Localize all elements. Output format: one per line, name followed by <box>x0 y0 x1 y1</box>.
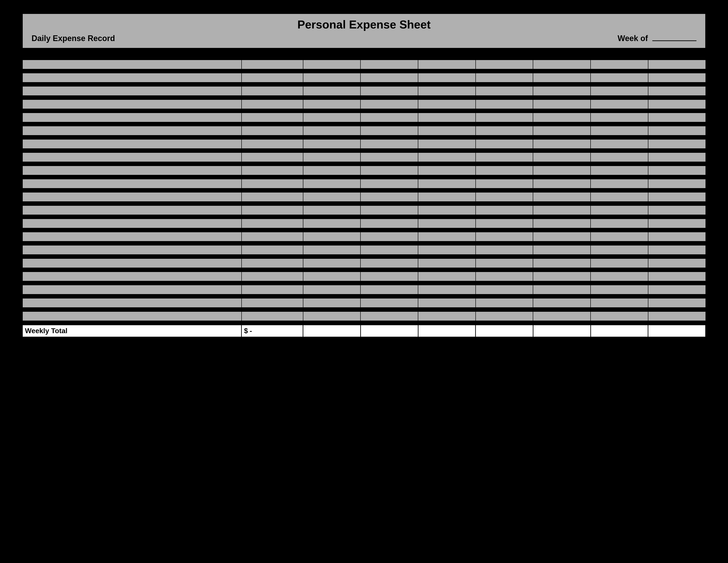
day-cell-1[interactable] <box>360 100 418 109</box>
day-cell-6[interactable] <box>648 232 706 241</box>
day-cell-1[interactable] <box>360 219 418 228</box>
day-cell-0[interactable] <box>303 60 361 69</box>
amount-cell[interactable] <box>242 152 303 162</box>
day-cell-1[interactable] <box>360 298 418 308</box>
day-cell-4[interactable] <box>533 152 591 162</box>
day-cell-5[interactable] <box>591 312 648 321</box>
day-cell-2[interactable] <box>418 285 476 294</box>
day-cell-5[interactable] <box>591 298 648 308</box>
day-cell-2[interactable] <box>418 192 476 201</box>
amount-cell[interactable] <box>242 232 303 241</box>
day-cell-0[interactable] <box>303 192 361 201</box>
day-cell-3[interactable] <box>476 86 533 96</box>
day-cell-2[interactable] <box>418 113 476 122</box>
description-cell[interactable] <box>23 73 242 82</box>
amount-cell[interactable] <box>242 73 303 82</box>
day-cell-3[interactable] <box>476 312 533 321</box>
amount-cell[interactable] <box>242 100 303 109</box>
day-cell-1[interactable] <box>360 245 418 254</box>
description-cell[interactable] <box>23 86 242 96</box>
day-cell-2[interactable] <box>418 126 476 135</box>
day-cell-2[interactable] <box>418 86 476 96</box>
day-cell-0[interactable] <box>303 179 361 188</box>
day-cell-1[interactable] <box>360 166 418 175</box>
description-cell[interactable] <box>23 219 242 228</box>
day-cell-4[interactable] <box>533 139 591 148</box>
day-cell-3[interactable] <box>476 152 533 162</box>
day-cell-4[interactable] <box>533 205 591 215</box>
amount-cell[interactable] <box>242 60 303 69</box>
day-cell-0[interactable] <box>303 245 361 254</box>
day-cell-4[interactable] <box>533 192 591 201</box>
day-cell-5[interactable] <box>591 205 648 215</box>
description-cell[interactable] <box>23 192 242 201</box>
day-cell-6[interactable] <box>648 73 706 82</box>
amount-cell[interactable] <box>242 126 303 135</box>
day-cell-1[interactable] <box>360 258 418 268</box>
day-cell-1[interactable] <box>360 179 418 188</box>
day-cell-4[interactable] <box>533 258 591 268</box>
day-cell-6[interactable] <box>648 166 706 175</box>
description-cell[interactable] <box>23 100 242 109</box>
day-cell-5[interactable] <box>591 179 648 188</box>
description-cell[interactable] <box>23 152 242 162</box>
day-cell-4[interactable] <box>533 245 591 254</box>
description-cell[interactable] <box>23 285 242 294</box>
day-cell-0[interactable] <box>303 232 361 241</box>
day-cell-0[interactable] <box>303 100 361 109</box>
day-cell-4[interactable] <box>533 126 591 135</box>
day-cell-3[interactable] <box>476 113 533 122</box>
table-row[interactable] <box>23 179 706 188</box>
day-cell-2[interactable] <box>418 73 476 82</box>
day-cell-0[interactable] <box>303 285 361 294</box>
description-cell[interactable] <box>23 205 242 215</box>
table-row[interactable] <box>23 232 706 241</box>
day-cell-1[interactable] <box>360 285 418 294</box>
day-cell-0[interactable] <box>303 272 361 281</box>
description-cell[interactable] <box>23 166 242 175</box>
table-row[interactable] <box>23 113 706 122</box>
day-cell-0[interactable] <box>303 205 361 215</box>
day-cell-6[interactable] <box>648 60 706 69</box>
table-row[interactable] <box>23 298 706 308</box>
description-cell[interactable] <box>23 113 242 122</box>
description-cell[interactable] <box>23 232 242 241</box>
day-cell-6[interactable] <box>648 258 706 268</box>
day-cell-4[interactable] <box>533 285 591 294</box>
day-cell-3[interactable] <box>476 73 533 82</box>
day-cell-5[interactable] <box>591 219 648 228</box>
day-cell-1[interactable] <box>360 312 418 321</box>
day-cell-4[interactable] <box>533 100 591 109</box>
day-cell-5[interactable] <box>591 86 648 96</box>
table-row[interactable] <box>23 126 706 135</box>
day-cell-0[interactable] <box>303 152 361 162</box>
day-cell-2[interactable] <box>418 152 476 162</box>
day-cell-5[interactable] <box>591 192 648 201</box>
day-cell-3[interactable] <box>476 60 533 69</box>
table-row[interactable] <box>23 245 706 254</box>
day-cell-1[interactable] <box>360 126 418 135</box>
day-cell-5[interactable] <box>591 285 648 294</box>
day-cell-2[interactable] <box>418 258 476 268</box>
description-cell[interactable] <box>23 312 242 321</box>
day-cell-6[interactable] <box>648 219 706 228</box>
day-cell-0[interactable] <box>303 258 361 268</box>
day-cell-3[interactable] <box>476 272 533 281</box>
amount-cell[interactable] <box>242 258 303 268</box>
day-cell-1[interactable] <box>360 139 418 148</box>
day-cell-1[interactable] <box>360 152 418 162</box>
table-row[interactable] <box>23 166 706 175</box>
day-cell-4[interactable] <box>533 113 591 122</box>
day-cell-6[interactable] <box>648 179 706 188</box>
amount-cell[interactable] <box>242 166 303 175</box>
day-cell-5[interactable] <box>591 60 648 69</box>
description-cell[interactable] <box>23 258 242 268</box>
day-cell-4[interactable] <box>533 272 591 281</box>
day-cell-2[interactable] <box>418 60 476 69</box>
day-cell-2[interactable] <box>418 205 476 215</box>
table-row[interactable] <box>23 86 706 96</box>
description-cell[interactable] <box>23 272 242 281</box>
day-cell-2[interactable] <box>418 100 476 109</box>
day-cell-0[interactable] <box>303 86 361 96</box>
table-row[interactable] <box>23 219 706 228</box>
